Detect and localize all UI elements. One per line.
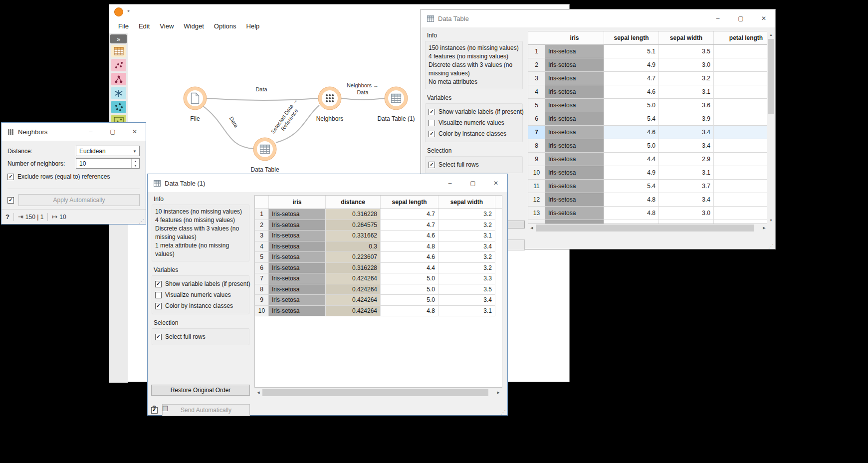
- checkbox-option[interactable]: ✓ Color by instance classes: [155, 300, 246, 311]
- node-data-table-1[interactable]: Data Table (1): [377, 87, 415, 122]
- table-row[interactable]: 1 Iris-setosa 0.316228 4.7 3.2: [255, 209, 495, 220]
- sepal-length-cell: 4.3: [604, 220, 659, 224]
- table-row[interactable]: 4 Iris-setosa 4.6 3.1 1.5: [528, 85, 768, 99]
- title-bar[interactable]: Neighbors – ▢ ✕: [1, 123, 146, 141]
- table-row[interactable]: 3 Iris-setosa 4.7 3.2 1.3: [528, 72, 768, 85]
- distance-select[interactable]: Euclidean ▾: [76, 146, 140, 156]
- title-bar[interactable]: Data Table – ▢ ✕: [421, 9, 775, 27]
- scroll-up-icon[interactable]: ▲: [767, 31, 775, 38]
- check-icon: ✓: [156, 281, 160, 286]
- node-data-table[interactable]: Data Table: [250, 138, 279, 173]
- table-row[interactable]: 8 Iris-setosa 0.424264 5.0 3.5: [255, 284, 495, 295]
- maximize-button[interactable]: ▢: [729, 9, 752, 27]
- table-row[interactable]: 7 Iris-setosa 0.424264 5.0 3.3: [255, 273, 495, 284]
- title-bar[interactable]: Data Table (1) – ▢ ✕: [148, 174, 507, 192]
- resize-grip[interactable]: ⋰: [768, 243, 774, 249]
- neighbors-count-input[interactable]: 10 ▲ ▼: [76, 158, 140, 169]
- distance-cell: 0.424264: [326, 273, 381, 284]
- data-table-widget-icon[interactable]: [111, 45, 126, 57]
- table-row[interactable]: 1 Iris-setosa 5.1 3.5 1.4: [528, 45, 768, 58]
- close-button[interactable]: ✕: [484, 174, 507, 192]
- table-row[interactable]: 9 Iris-setosa 4.4 2.9 1.4: [528, 153, 768, 166]
- link-neighbors-datatable1[interactable]: [341, 98, 385, 100]
- scrollbar-thumb[interactable]: [768, 39, 774, 114]
- spin-up-icon[interactable]: ▲: [132, 159, 139, 164]
- info-line: No meta attributes: [429, 78, 519, 86]
- network-widget-icon[interactable]: [111, 101, 126, 113]
- node-neighbors[interactable]: Neighbors: [316, 87, 344, 122]
- help-icon[interactable]: ?: [5, 213, 9, 221]
- column-header[interactable]: sepal width: [438, 196, 495, 209]
- tree-widget-icon[interactable]: [111, 73, 126, 85]
- checkbox-option[interactable]: ✓ Visualize numeric values: [429, 117, 519, 128]
- vertical-scrollbar[interactable]: ▲ ▼: [767, 31, 775, 224]
- table-row[interactable]: 12 Iris-setosa 4.8 3.4 1.6: [528, 193, 768, 207]
- checkbox-option[interactable]: ✓ Color by instance classes: [429, 128, 519, 139]
- table-row[interactable]: 11 Iris-setosa 5.4 3.7 1.5: [528, 180, 768, 193]
- send-automatically-button[interactable]: Send Automatically: [162, 404, 250, 416]
- scrollbar-thumb[interactable]: [262, 389, 488, 396]
- table-row[interactable]: 3 Iris-setosa 0.331662 4.6 3.1: [255, 231, 495, 241]
- evaluate-widget-icon[interactable]: [111, 87, 126, 99]
- checkbox-option[interactable]: ✓ Show variable labels (if present): [429, 106, 519, 117]
- node-file[interactable]: File: [184, 87, 207, 122]
- restore-original-order-button[interactable]: Restore Original Order: [151, 385, 250, 396]
- close-button[interactable]: ✕: [124, 123, 146, 141]
- table-row[interactable]: 6 Iris-setosa 0.316228 4.4 3.2: [255, 263, 495, 274]
- column-header[interactable]: iris: [545, 31, 604, 44]
- horizontal-scrollbar[interactable]: ◀ ▶: [528, 224, 768, 232]
- column-header[interactable]: sepal length: [381, 196, 438, 209]
- minimize-button[interactable]: –: [438, 174, 461, 192]
- table-row[interactable]: 5 Iris-setosa 0.223607 4.6 3.2: [255, 252, 495, 263]
- table-row[interactable]: 10 Iris-setosa 0.424264 4.8 3.1: [255, 306, 495, 317]
- table-row[interactable]: 5 Iris-setosa 5.0 3.6 1.4: [528, 99, 768, 112]
- scroll-left-icon[interactable]: ◀: [254, 389, 262, 397]
- close-button[interactable]: ✕: [752, 9, 775, 27]
- table-row[interactable]: 14 Iris-setosa 4.3 3.0 1.1: [528, 220, 768, 224]
- resize-grip[interactable]: ⋰: [500, 410, 506, 415]
- scroll-down-icon[interactable]: ▼: [767, 217, 775, 224]
- column-header[interactable]: distance: [326, 196, 381, 209]
- distance-cell: 0.264575: [326, 220, 381, 231]
- checkbox-option[interactable]: ✓ Select full rows: [155, 331, 246, 342]
- resize-grip[interactable]: ⋰: [139, 219, 144, 224]
- table-row[interactable]: 2 Iris-setosa 0.264575 4.7 3.2: [255, 220, 495, 231]
- column-header[interactable]: sepal length: [604, 31, 659, 44]
- scroll-left-icon[interactable]: ◀: [528, 224, 536, 232]
- column-header[interactable]: petal length: [714, 31, 768, 44]
- link-file-neighbors[interactable]: [207, 98, 318, 100]
- minimize-button[interactable]: –: [706, 9, 729, 27]
- checkbox-option[interactable]: ✓ Visualize numeric values: [155, 289, 246, 300]
- link-file-datatable[interactable]: [203, 106, 254, 149]
- auto-apply-checkbox[interactable]: ✓: [7, 195, 14, 206]
- table-row[interactable]: 7 Iris-setosa 4.6 3.4 1.4: [528, 126, 768, 139]
- sepal-width-cell: 3.6: [659, 99, 714, 112]
- report-icon[interactable]: ▤: [162, 404, 168, 412]
- toolbox-expand-button[interactable]: »: [110, 34, 127, 43]
- apply-automatically-button[interactable]: Apply Automatically: [18, 194, 140, 206]
- maximize-button[interactable]: ▢: [461, 174, 484, 192]
- row-number: 9: [255, 295, 269, 306]
- maximize-button[interactable]: ▢: [102, 123, 124, 141]
- column-header[interactable]: iris: [269, 196, 326, 209]
- scroll-right-icon[interactable]: ▶: [760, 224, 768, 232]
- exclude-references-checkbox[interactable]: ✓ Exclude rows (equal to) references: [7, 171, 140, 182]
- spin-down-icon[interactable]: ▼: [132, 164, 139, 169]
- minimize-button[interactable]: –: [80, 123, 102, 141]
- checkbox-option[interactable]: ✓ Show variable labels (if present): [155, 278, 246, 289]
- table-row[interactable]: 13 Iris-setosa 4.8 3.0 1.4: [528, 207, 768, 220]
- table-row[interactable]: 2 Iris-setosa 4.9 3.0 1.4: [528, 58, 768, 72]
- table-row[interactable]: 6 Iris-setosa 5.4 3.9 1.7: [528, 112, 768, 126]
- checkbox-option[interactable]: ✓ Select full rows: [429, 159, 519, 170]
- scrollbar-thumb[interactable]: [536, 225, 754, 232]
- table-row[interactable]: 10 Iris-setosa 4.9 3.1 1.5: [528, 166, 768, 180]
- table-row[interactable]: 8 Iris-setosa 5.0 3.4 1.5: [528, 139, 768, 153]
- column-header[interactable]: sepal width: [659, 31, 714, 44]
- horizontal-scrollbar[interactable]: ◀ ▶: [254, 389, 502, 397]
- table-row[interactable]: 4 Iris-setosa 0.3 4.8 3.4: [255, 241, 495, 252]
- control-area: Distance: Euclidean ▾ Number of neighbor…: [1, 141, 146, 206]
- table-row[interactable]: 9 Iris-setosa 0.424264 5.0 3.4: [255, 295, 495, 306]
- scatter-plot-widget-icon[interactable]: [111, 59, 126, 71]
- scroll-right-icon[interactable]: ▶: [494, 389, 502, 397]
- help-icon[interactable]: ?: [152, 404, 156, 412]
